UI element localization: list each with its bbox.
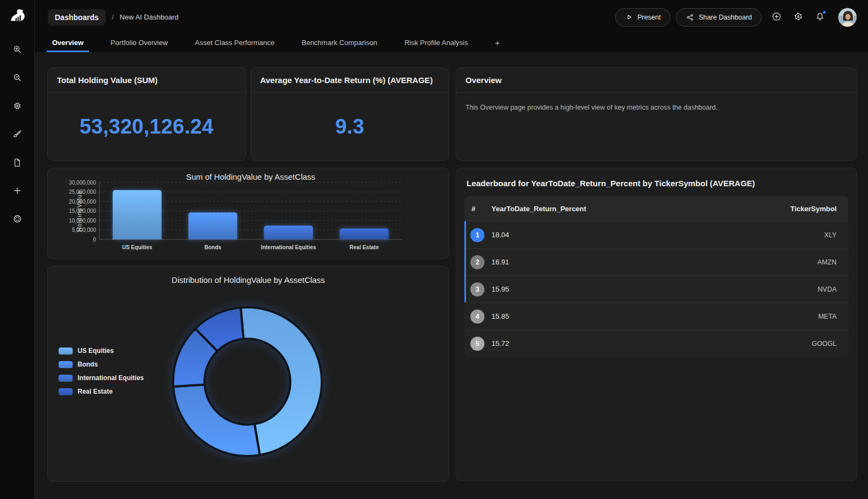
tab-portfolio-overview[interactable]: Portfolio Overview bbox=[105, 34, 173, 52]
leaderboard-row-googl[interactable]: 515.72GOOGL bbox=[464, 330, 848, 357]
y-tick-label: 15,000,000 bbox=[69, 208, 96, 214]
bar-chart-holdingvalue-by-assetclass: 05,000,00010,000,00015,000,00020,000,000… bbox=[48, 168, 449, 261]
bar-us-equities[interactable] bbox=[113, 190, 162, 239]
x-tick-label: International Equities bbox=[261, 244, 316, 250]
x-tick-label: Real Estate bbox=[349, 244, 379, 250]
x-tick-label: Bonds bbox=[205, 244, 222, 250]
topbar-actions: Present Share Dashboard bbox=[615, 8, 857, 27]
donut-slice-bonds[interactable] bbox=[173, 384, 260, 456]
topbar-add-circle-button[interactable] bbox=[767, 8, 786, 27]
paintbrush-icon bbox=[12, 129, 23, 140]
sidebar-add-button[interactable] bbox=[8, 181, 27, 200]
kpi-title: Average Year-to-Date Return (%) (AVERAGE… bbox=[251, 68, 449, 93]
donut-legend: US EquitiesBondsInternational EquitiesRe… bbox=[59, 347, 144, 395]
palette-icon bbox=[12, 213, 23, 224]
column-header-ticker: TickerSymbol bbox=[790, 205, 848, 213]
kpi-card-average-ytd-return: Average Year-to-Date Return (%) (AVERAGE… bbox=[251, 67, 450, 161]
bar-chart-card: 05,000,00010,000,00015,000,00020,000,000… bbox=[47, 168, 449, 259]
legend-swatch bbox=[59, 375, 73, 382]
sidebar-zoom-out-button[interactable] bbox=[8, 68, 27, 87]
topbar-icon-buttons bbox=[767, 8, 829, 27]
share-dashboard-button[interactable]: Share Dashboard bbox=[676, 8, 762, 27]
dashboard-content: Total Holding Value (SUM) 53,320,126.24 … bbox=[35, 53, 868, 499]
legend-item-international-equities[interactable]: International Equities bbox=[59, 374, 144, 382]
ticker-symbol: META bbox=[818, 313, 848, 320]
leaderboard-row-xly[interactable]: 118.04XLY bbox=[464, 221, 848, 248]
leaderboard-row-amzn[interactable]: 216.91AMZN bbox=[464, 248, 848, 275]
legend-item-bonds[interactable]: Bonds bbox=[59, 361, 144, 368]
donut-chart-title: Distribution of HoldingValue by AssetCla… bbox=[48, 275, 449, 285]
kpi-value: 9.3 bbox=[251, 93, 449, 160]
tab-risk-profile-analysis[interactable]: Risk Profile Analysis bbox=[399, 34, 473, 52]
leaderboard-row-meta[interactable]: 415.85META bbox=[464, 302, 848, 330]
bar-international-equities[interactable] bbox=[264, 225, 313, 239]
leaderboard-rows: 118.04XLY216.91AMZN315.95NVDA415.85META5… bbox=[464, 221, 848, 357]
sidebar-paintbrush-button[interactable] bbox=[8, 125, 27, 143]
return-percent-value: 18.04 bbox=[484, 231, 824, 239]
sidebar-document-button[interactable] bbox=[8, 153, 27, 172]
notification-dot bbox=[822, 10, 826, 14]
rank-badge: 5 bbox=[470, 337, 484, 351]
overview-card: Overview This Overview page provides a h… bbox=[456, 67, 857, 161]
ticker-symbol: AMZN bbox=[818, 258, 848, 266]
tab-add[interactable]: + bbox=[489, 34, 505, 52]
tab-asset-class-performance[interactable]: Asset Class Performance bbox=[189, 34, 280, 52]
breadcrumb-dashboards[interactable]: Dashboards bbox=[48, 9, 106, 26]
leaderboard-table: # YearToDate_Return_Percent TickerSymbol… bbox=[464, 196, 848, 357]
ticker-symbol: GOOGL bbox=[812, 340, 848, 348]
topbar: Dashboards / New AI Dashboard Present Sh… bbox=[35, 0, 868, 34]
tab-overview[interactable]: Overview bbox=[47, 34, 89, 52]
table-scroll-indicator[interactable] bbox=[464, 221, 466, 302]
legend-item-real-estate[interactable]: Real Estate bbox=[59, 388, 144, 395]
y-tick-label: 25,000,000 bbox=[69, 189, 96, 195]
legend-label: Real Estate bbox=[78, 388, 113, 395]
y-axis-label: HoldingValue bbox=[76, 190, 82, 232]
donut-chart-card: Distribution of HoldingValue by AssetCla… bbox=[47, 266, 449, 482]
tab-benchmark-comparison[interactable]: Benchmark Comparison bbox=[296, 34, 382, 52]
kpi-title: Total Holding Value (SUM) bbox=[48, 68, 246, 93]
app-root: Dashboards / New AI Dashboard Present Sh… bbox=[0, 0, 868, 499]
kpi-card-total-holding-value: Total Holding Value (SUM) 53,320,126.24 bbox=[47, 67, 246, 161]
x-tick-label: US Equities bbox=[122, 244, 152, 250]
sidebar-settings-button[interactable] bbox=[8, 97, 27, 115]
rank-badge: 4 bbox=[470, 309, 484, 324]
legend-item-us-equities[interactable]: US Equities bbox=[59, 347, 144, 355]
document-icon bbox=[12, 157, 22, 168]
tab-list: OverviewPortfolio OverviewAsset Class Pe… bbox=[35, 34, 868, 53]
leaderboard-card: Leaderboard for YearToDate_Return_Percen… bbox=[456, 168, 857, 481]
settings-icon bbox=[12, 100, 23, 111]
sidebar-icon-list bbox=[8, 40, 27, 228]
add-icon bbox=[12, 185, 23, 196]
sidebar-zoom-in-button[interactable] bbox=[8, 40, 27, 59]
legend-swatch bbox=[59, 361, 73, 368]
legend-label: US Equities bbox=[78, 347, 114, 355]
avatar-photo bbox=[838, 8, 857, 27]
present-button[interactable]: Present bbox=[615, 8, 671, 27]
legend-label: International Equities bbox=[78, 374, 144, 382]
breadcrumb-separator: / bbox=[112, 13, 114, 21]
topbar-notifications-bell-button[interactable] bbox=[810, 8, 829, 27]
overview-card-body: This Overview page provides a high-level… bbox=[456, 93, 857, 123]
legend-swatch bbox=[59, 388, 73, 395]
y-tick-label: 20,000,000 bbox=[69, 199, 96, 205]
bar-real-estate[interactable] bbox=[340, 229, 388, 239]
rank-badge: 1 bbox=[470, 228, 484, 242]
bar-bonds[interactable] bbox=[188, 212, 237, 239]
sidebar bbox=[0, 0, 35, 499]
sidebar-palette-button[interactable] bbox=[8, 210, 27, 228]
app-logo[interactable] bbox=[7, 4, 28, 29]
topbar-settings-gear-button[interactable] bbox=[789, 8, 807, 27]
leaderboard-header-row: # YearToDate_Return_Percent TickerSymbol bbox=[464, 196, 848, 221]
return-percent-value: 15.72 bbox=[484, 339, 812, 348]
rank-badge: 2 bbox=[470, 255, 484, 269]
rank-badge: 3 bbox=[470, 282, 484, 296]
legend-label: Bonds bbox=[78, 361, 98, 368]
swan-chart-logo-icon bbox=[8, 6, 27, 28]
leaderboard-row-nvda[interactable]: 315.95NVDA bbox=[464, 275, 848, 302]
return-percent-value: 15.85 bbox=[484, 312, 818, 320]
column-header-rank: # bbox=[464, 205, 492, 213]
zoom-out-icon bbox=[12, 72, 23, 83]
share-button-label: Share Dashboard bbox=[699, 14, 752, 21]
user-avatar[interactable] bbox=[838, 8, 857, 27]
column-header-value: YearToDate_Return_Percent bbox=[492, 205, 790, 213]
